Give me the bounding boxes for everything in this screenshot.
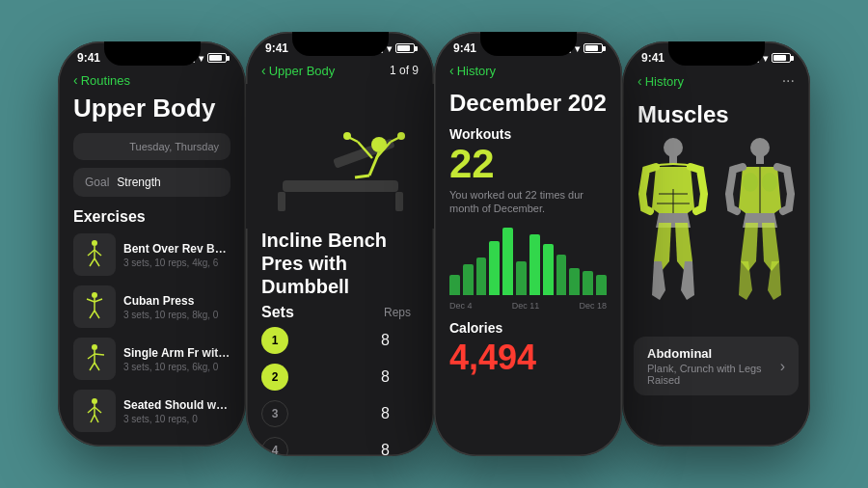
svg-point-12 xyxy=(92,344,97,350)
exercises-heading: Exercises xyxy=(73,208,231,226)
svg-point-6 xyxy=(92,292,97,298)
svg-line-9 xyxy=(95,299,102,302)
set-circle-1[interactable]: 1 xyxy=(261,327,288,354)
set-row-4[interactable]: 4 8 xyxy=(261,437,419,456)
svg-line-14 xyxy=(88,354,95,359)
set-row-1[interactable]: 1 8 xyxy=(261,327,419,354)
status-time-4: 9:41 xyxy=(641,51,665,65)
svg-line-16 xyxy=(90,363,95,370)
set-reps-4: 8 xyxy=(381,442,390,456)
svg-line-3 xyxy=(95,250,101,256)
exercise-name-3: Single Arm Fr with Dumbbell xyxy=(123,346,231,360)
svg-point-33 xyxy=(343,132,351,140)
exercise-meta-4: 3 sets, 10 reps, 0 xyxy=(123,414,231,424)
svg-point-42 xyxy=(750,138,770,157)
svg-rect-38 xyxy=(669,156,677,164)
exercise-thumb-4 xyxy=(73,390,116,432)
svg-line-8 xyxy=(87,299,95,302)
goal-box: Goal Strength xyxy=(73,168,231,197)
svg-point-36 xyxy=(397,132,405,140)
sets-section: Sets Reps 1 8 2 8 3 8 4 8 xyxy=(246,304,434,456)
exercise-meta-1: 3 sets, 10 reps, 4kg, 6 xyxy=(123,258,231,268)
exercise-meta-3: 3 sets, 10 reps, 6kg, 0 xyxy=(123,362,231,372)
sets-label: Sets xyxy=(261,304,294,321)
svg-line-11 xyxy=(95,311,99,318)
chart-label-1: Dec 4 xyxy=(449,301,473,311)
exercise-thumb-1 xyxy=(73,233,116,276)
svg-point-18 xyxy=(92,398,97,404)
exercise-item-2[interactable]: Cuban Press 3 sets, 10 reps, 8kg, 0 xyxy=(73,285,231,328)
set-reps-2: 8 xyxy=(381,368,390,386)
set-circle-3[interactable]: 3 xyxy=(261,400,288,427)
exercise-thumb-3 xyxy=(73,338,116,380)
svg-line-21 xyxy=(95,407,101,413)
set-reps-3: 8 xyxy=(381,405,390,422)
muscle-back xyxy=(721,136,799,324)
exercise-hero xyxy=(246,84,434,229)
chevron-right-icon: › xyxy=(780,358,785,375)
workouts-desc: You worked out 22 times dur month of Dec… xyxy=(434,184,622,224)
chart-area xyxy=(449,228,607,295)
exercise-item-4[interactable]: Seated Should with Barbell 3 sets, 10 re… xyxy=(73,390,231,432)
reps-col-label: Reps xyxy=(384,306,411,319)
back-history-muscles[interactable]: ‹ History xyxy=(637,73,684,89)
phone-exercise-detail: 9:41 ▾ ‹ Upper Body 1 of 9 xyxy=(246,32,434,456)
svg-point-46 xyxy=(762,173,777,192)
nav-dots[interactable]: ··· xyxy=(782,72,795,90)
exercise-name-4: Seated Should with Barbell xyxy=(123,398,231,412)
svg-rect-43 xyxy=(756,156,764,164)
svg-point-45 xyxy=(743,173,758,192)
svg-line-15 xyxy=(95,354,104,355)
svg-line-4 xyxy=(90,258,95,266)
exercise-thumb-2 xyxy=(73,285,116,328)
svg-line-30 xyxy=(355,176,369,177)
exercise-title: Incline Bench Pres with Dumbbell xyxy=(246,229,434,304)
muscle-front xyxy=(635,136,712,324)
svg-line-22 xyxy=(91,415,95,422)
calories-label: Calories xyxy=(434,312,622,338)
muscles-view xyxy=(622,136,810,329)
abdominal-title: Abdominal xyxy=(647,346,780,361)
back-upper-body[interactable]: ‹ Upper Body xyxy=(261,63,335,78)
set-reps-1: 8 xyxy=(381,332,390,349)
calories-value: 4,494 xyxy=(434,338,622,378)
history-month: December 202 xyxy=(434,84,622,126)
svg-line-17 xyxy=(95,363,99,370)
svg-rect-24 xyxy=(283,180,398,192)
set-row-2[interactable]: 2 8 xyxy=(261,364,419,391)
status-time-3: 9:41 xyxy=(453,41,476,55)
exercise-name-2: Cuban Press xyxy=(123,294,231,308)
workouts-count: 22 xyxy=(434,144,622,184)
chart-label-2: Dec 11 xyxy=(512,301,540,311)
exercise-name-1: Bent Over Rev Butterfly with D xyxy=(123,242,231,256)
page-indicator: 1 of 9 xyxy=(390,64,419,77)
svg-line-5 xyxy=(95,258,99,266)
back-history[interactable]: ‹ History xyxy=(449,63,496,78)
phone-upper-body: 9:41 ▾ ‹ Routines Upper Body Tuesday, Th… xyxy=(58,41,246,447)
set-circle-2[interactable]: 2 xyxy=(261,364,288,391)
muscles-title: Muscles xyxy=(622,95,810,136)
svg-point-0 xyxy=(92,240,97,246)
schedule-box: Tuesday, Thursday xyxy=(73,133,231,160)
abdominal-sub: Plank, Crunch with Legs Raised xyxy=(647,363,780,386)
exercise-item-3[interactable]: Single Arm Fr with Dumbbell 3 sets, 10 r… xyxy=(73,338,231,380)
svg-rect-26 xyxy=(395,192,403,211)
set-circle-4[interactable]: 4 xyxy=(261,437,288,456)
exercise-meta-2: 3 sets, 10 reps, 8kg, 0 xyxy=(123,310,231,320)
svg-line-10 xyxy=(90,311,95,318)
svg-rect-25 xyxy=(278,192,285,211)
status-time-2: 9:41 xyxy=(265,41,288,55)
chart-label-3: Dec 18 xyxy=(579,301,607,311)
exercise-item-1[interactable]: Bent Over Rev Butterfly with D 3 sets, 1… xyxy=(73,233,231,276)
svg-line-23 xyxy=(95,415,98,422)
chart-labels: Dec 4 Dec 11 Dec 18 xyxy=(434,299,622,312)
svg-line-2 xyxy=(88,250,95,256)
abdominal-card[interactable]: Abdominal Plank, Crunch with Legs Raised… xyxy=(634,337,799,395)
phone-muscles: 9:41 ▾ ‹ History ··· Muscles xyxy=(622,41,810,447)
set-row-3[interactable]: 3 8 xyxy=(261,400,419,427)
svg-line-20 xyxy=(88,407,95,413)
back-routines[interactable]: ‹ Routines xyxy=(73,72,130,88)
svg-point-37 xyxy=(664,138,683,157)
status-time-1: 9:41 xyxy=(77,51,100,65)
phone-history: 9:41 ▾ ‹ History December 202 Workouts 2… xyxy=(434,32,622,456)
